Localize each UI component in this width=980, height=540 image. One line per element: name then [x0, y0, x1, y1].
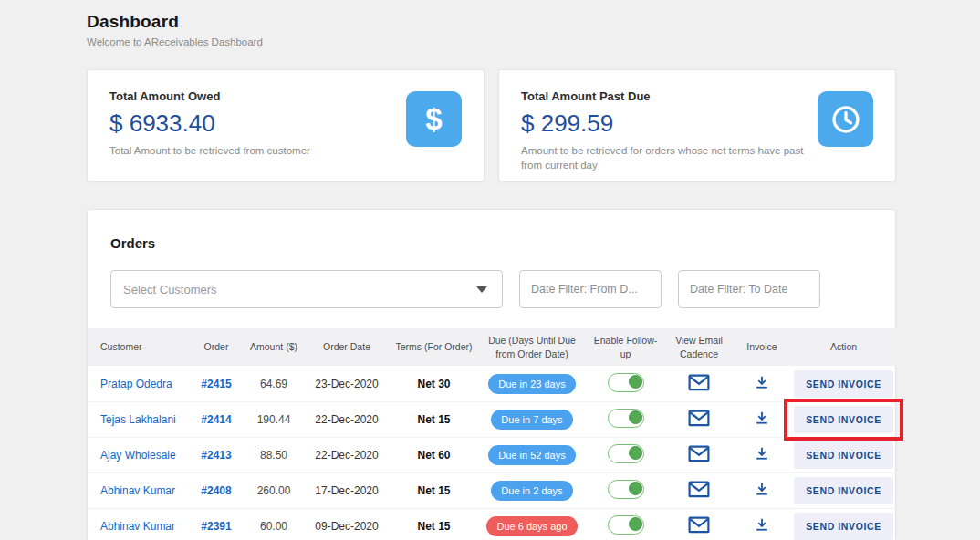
customer-link[interactable]: Ajay Wholesale [100, 449, 176, 462]
customer-link[interactable]: Pratap Odedra [100, 378, 172, 390]
chevron-down-icon [476, 286, 487, 293]
dollar-icon: $ [406, 91, 462, 147]
terms-value: Net 60 [391, 437, 477, 472]
due-status-badge: Due 6 days ago [486, 516, 577, 536]
due-status-badge: Due in 7 days [491, 410, 572, 430]
download-invoice-icon[interactable] [754, 516, 770, 533]
card-title: Total Amount Owed [109, 89, 393, 103]
orders-panel: Orders Select Customers Customer Order A… [87, 209, 896, 540]
terms-value: Net 15 [391, 508, 477, 540]
page-header: Dashboard Welcome to AReceivables Dashbo… [87, 12, 896, 47]
select-customers-placeholder: Select Customers [123, 283, 217, 296]
summary-cards: Total Amount Owed $ 6933.40 Total Amount… [87, 69, 896, 182]
order-date-value: 23-Dec-2020 [303, 366, 391, 401]
due-status-badge: Due in 2 days [491, 481, 572, 501]
column-header-amount: Amount ($) [245, 328, 303, 366]
toggle-knob [629, 375, 642, 389]
order-number-link[interactable]: #2414 [201, 413, 231, 426]
card-description: Amount to be retrieved for orders whose … [521, 143, 805, 172]
toggle-knob [629, 482, 642, 495]
email-cadence-icon[interactable] [688, 516, 710, 534]
toggle-knob [629, 446, 642, 460]
dollar-glyph: $ [425, 102, 442, 137]
card-amount: $ 299.59 [521, 109, 805, 138]
card-amount: $ 6933.40 [109, 109, 393, 138]
column-header-invoice: Invoice [734, 328, 790, 366]
column-header-view-email-cadence: View Email Cadence [664, 328, 734, 366]
red-highlight-box: SEND INVOICE [794, 406, 892, 433]
page-title: Dashboard [87, 12, 896, 32]
clock-icon [818, 91, 873, 147]
send-invoice-button[interactable]: SEND INVOICE [794, 477, 892, 504]
table-row: Abhinav Kumar #2408 260.00 17-Dec-2020 N… [88, 472, 897, 508]
download-invoice-icon[interactable] [754, 374, 770, 390]
column-header-action: Action [790, 328, 897, 366]
enable-follow-up-toggle[interactable] [608, 409, 644, 428]
enable-follow-up-toggle[interactable] [608, 515, 644, 535]
customer-link[interactable]: Tejas Lakhalani [100, 413, 176, 426]
order-number-link[interactable]: #2413 [201, 449, 231, 462]
send-invoice-button[interactable]: SEND INVOICE [794, 441, 892, 469]
total-amount-past-due-card: Total Amount Past Due $ 299.59 Amount to… [498, 69, 896, 182]
toggle-knob [629, 517, 642, 531]
enable-follow-up-toggle[interactable] [608, 373, 644, 392]
action-cell: SEND INVOICE [794, 370, 892, 398]
total-amount-owed-card: Total Amount Owed $ 6933.40 Total Amount… [87, 69, 485, 182]
due-status-badge: Due in 52 days [488, 445, 575, 465]
order-number-link[interactable]: #2408 [201, 484, 231, 497]
amount-value: 88.50 [245, 437, 303, 472]
column-header-order-date: Order Date [303, 328, 391, 366]
order-date-value: 22-Dec-2020 [303, 437, 391, 472]
select-customers-dropdown[interactable]: Select Customers [110, 270, 503, 308]
terms-value: Net 30 [391, 366, 477, 401]
download-invoice-icon[interactable] [754, 481, 770, 497]
table-row: Ajay Wholesale #2413 88.50 22-Dec-2020 N… [88, 437, 897, 472]
date-filter-to-input[interactable] [678, 270, 820, 308]
orders-heading: Orders [110, 235, 895, 251]
action-cell: SEND INVOICE [794, 513, 892, 540]
table-row: Pratap Odedra #2415 64.69 23-Dec-2020 Ne… [88, 366, 897, 401]
column-header-terms: Terms (For Order) [391, 328, 477, 366]
card-title: Total Amount Past Due [521, 89, 805, 103]
column-header-customer: Customer [88, 328, 188, 366]
customer-link[interactable]: Abhinav Kumar [100, 484, 175, 497]
send-invoice-button[interactable]: SEND INVOICE [794, 370, 892, 398]
orders-filters: Select Customers [110, 270, 872, 308]
page-subtitle: Welcome to AReceivables Dashboard [87, 36, 896, 47]
orders-table-body: Pratap Odedra #2415 64.69 23-Dec-2020 Ne… [88, 366, 897, 540]
download-invoice-icon[interactable] [754, 445, 770, 462]
column-header-due: Due (Days Until Due from Order Date) [477, 328, 587, 366]
order-number-link[interactable]: #2415 [201, 378, 231, 390]
send-invoice-button[interactable]: SEND INVOICE [794, 406, 892, 433]
amount-value: 60.00 [245, 508, 303, 540]
email-cadence-icon[interactable] [688, 410, 710, 427]
order-date-value: 09-Dec-2020 [303, 508, 391, 540]
action-cell: SEND INVOICE [794, 441, 892, 469]
order-date-value: 22-Dec-2020 [303, 401, 391, 437]
enable-follow-up-toggle[interactable] [608, 444, 644, 463]
order-date-value: 17-Dec-2020 [303, 472, 391, 508]
column-header-enable-follow-up: Enable Follow-up [587, 328, 664, 366]
terms-value: Net 15 [391, 401, 477, 437]
order-number-link[interactable]: #2391 [201, 520, 231, 533]
column-header-order: Order [188, 328, 245, 366]
email-cadence-icon[interactable] [688, 481, 710, 498]
table-row: Abhinav Kumar #2391 60.00 09-Dec-2020 Ne… [88, 508, 897, 540]
email-cadence-icon[interactable] [688, 445, 710, 462]
download-invoice-icon[interactable] [754, 410, 770, 426]
date-filter-from-input[interactable] [519, 270, 662, 308]
due-status-badge: Due in 23 days [488, 374, 575, 394]
card-description: Total Amount to be retrieved from custom… [109, 143, 393, 158]
orders-table: Customer Order Amount ($) Order Date Ter… [88, 328, 897, 540]
enable-follow-up-toggle[interactable] [608, 480, 644, 499]
table-row: Tejas Lakhalani #2414 190.44 22-Dec-2020… [88, 401, 897, 437]
terms-value: Net 15 [391, 472, 477, 508]
action-cell: SEND INVOICE [794, 477, 892, 504]
toggle-knob [629, 410, 642, 424]
customer-link[interactable]: Abhinav Kumar [100, 520, 175, 533]
dashboard-page: Dashboard Welcome to AReceivables Dashbo… [87, 0, 896, 540]
amount-value: 260.00 [245, 472, 303, 508]
amount-value: 190.44 [245, 401, 303, 437]
send-invoice-button[interactable]: SEND INVOICE [794, 513, 892, 540]
email-cadence-icon[interactable] [688, 374, 710, 391]
